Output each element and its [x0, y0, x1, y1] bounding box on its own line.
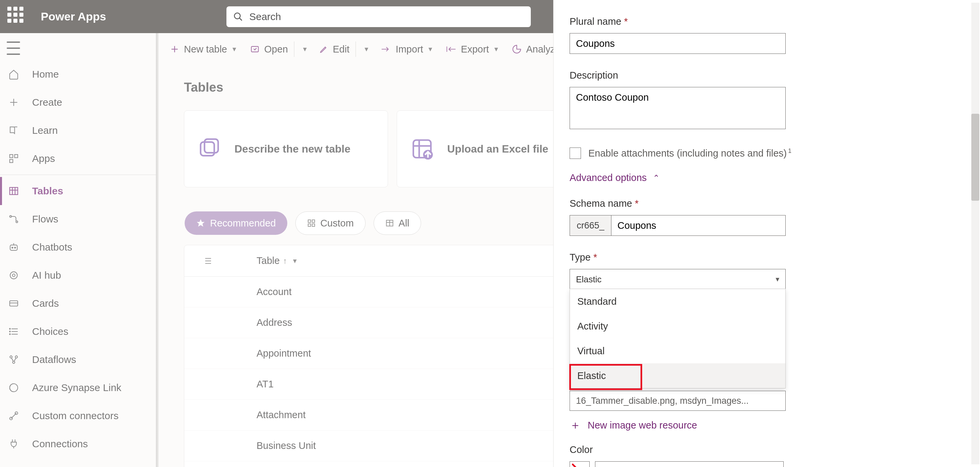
- sidebar-item-label: Connections: [32, 438, 88, 449]
- row-name: Account: [256, 286, 292, 297]
- svg-line-1: [239, 18, 242, 21]
- sidebar-item-synapse[interactable]: Azure Synapse Link: [0, 374, 157, 402]
- sidebar-item-home[interactable]: Home: [0, 60, 157, 88]
- sidebar-item-cards[interactable]: Cards: [0, 289, 157, 317]
- table-row[interactable]: Attachment⋮ac: [184, 400, 605, 430]
- row-name: Address: [256, 317, 292, 328]
- edit-dropdown[interactable]: ▾: [359, 45, 368, 54]
- sidebar-item-retention[interactable]: Retention Policies: [0, 458, 157, 467]
- sidebar-item-chatbots[interactable]: Chatbots: [0, 233, 157, 261]
- svg-rect-42: [204, 139, 218, 153]
- plus-icon: [170, 45, 179, 54]
- search-placeholder: Search: [249, 11, 281, 22]
- sidebar-item-connectors[interactable]: Custom connectors: [0, 402, 157, 430]
- chevron-down-icon: ▾: [364, 45, 368, 54]
- pie-icon: [512, 45, 522, 54]
- sidebar-item-flows[interactable]: Flows: [0, 205, 157, 233]
- type-option-elastic[interactable]: Elastic: [570, 363, 785, 388]
- list-icon: [7, 326, 20, 337]
- dataflow-icon: [7, 354, 20, 365]
- description-input[interactable]: [570, 87, 786, 129]
- row-name: Business Unit: [256, 440, 316, 451]
- image-resource-field[interactable]: 16_Tammer_disable.png, msdyn_Images...: [570, 391, 786, 411]
- cmd-label: Edit: [333, 44, 350, 55]
- chevron-down-icon[interactable]: ▾: [293, 257, 297, 265]
- brand-title: Power Apps: [41, 10, 106, 23]
- sidebar-item-connections[interactable]: Connections: [0, 430, 157, 458]
- open-button[interactable]: Open: [250, 44, 288, 55]
- sidebar-item-label: Chatbots: [32, 242, 72, 253]
- type-option-activity[interactable]: Activity: [570, 314, 785, 338]
- bot-icon: [7, 242, 20, 253]
- scrollbar-thumb[interactable]: [971, 114, 979, 201]
- connector-icon: [7, 410, 20, 421]
- chevron-down-icon[interactable]: ▾: [232, 45, 236, 54]
- type-option-standard[interactable]: Standard: [570, 289, 785, 314]
- chevron-up-icon: ⌃: [653, 173, 660, 183]
- row-name: Appointment: [256, 348, 311, 359]
- open-dropdown[interactable]: ▾: [298, 45, 307, 54]
- pill-custom[interactable]: Custom: [295, 211, 366, 235]
- color-input[interactable]: [595, 461, 784, 467]
- export-button[interactable]: Export ▾: [446, 44, 498, 55]
- table-row[interactable]: Contact⋮co: [184, 461, 605, 467]
- book-icon: [7, 125, 20, 136]
- new-image-resource-link[interactable]: ＋ New image web resource: [570, 419, 964, 431]
- sidebar: Home Create Learn Apps Tables Flows Chat…: [0, 60, 157, 467]
- search-input[interactable]: Search: [226, 6, 531, 27]
- sidebar-item-apps[interactable]: Apps: [0, 145, 157, 173]
- sidebar-item-aihub[interactable]: AI hub: [0, 261, 157, 289]
- type-label: Type: [570, 252, 964, 263]
- color-swatch[interactable]: [570, 461, 590, 467]
- chevron-down-icon[interactable]: ▾: [494, 45, 498, 54]
- app-launcher-icon[interactable]: [7, 7, 27, 27]
- pill-all[interactable]: All: [374, 211, 421, 235]
- sidebar-item-label: Custom connectors: [32, 410, 118, 421]
- table-row[interactable]: Appointment⋮ap: [184, 338, 605, 369]
- scrollbar-track[interactable]: [971, 3, 979, 464]
- schema-name-input[interactable]: [611, 215, 786, 236]
- search-icon: [233, 12, 243, 22]
- svg-rect-7: [10, 187, 18, 194]
- sidebar-item-label: Learn: [32, 125, 58, 136]
- sidebar-item-dataflows[interactable]: Dataflows: [0, 346, 157, 374]
- sidebar-divider: [0, 175, 157, 175]
- svg-rect-50: [308, 224, 311, 226]
- table-row[interactable]: Address⋮cu: [184, 308, 605, 338]
- synapse-icon: [7, 383, 20, 393]
- svg-rect-51: [312, 224, 315, 226]
- table-row[interactable]: AT1⋮cr: [184, 369, 605, 400]
- table-icon: [7, 186, 20, 196]
- import-button[interactable]: Import ▾: [381, 44, 432, 55]
- table-row[interactable]: Account⋮ac: [184, 277, 605, 308]
- sidebar-item-tables[interactable]: Tables: [0, 177, 157, 205]
- plural-name-label: Plural name: [570, 16, 964, 27]
- attachments-label: Enable attachments (including notes and …: [588, 148, 791, 159]
- card-describe-table[interactable]: Describe the new table: [184, 110, 388, 187]
- row-number-icon[interactable]: [184, 256, 231, 266]
- sidebar-item-learn[interactable]: Learn: [0, 116, 157, 145]
- type-select[interactable]: Elastic ▾: [570, 269, 786, 290]
- sidebar-toggle[interactable]: [7, 41, 20, 55]
- col-header-table[interactable]: Table ↑ ▾: [256, 255, 297, 266]
- analyze-button[interactable]: Analyz: [512, 44, 555, 55]
- pill-recommended[interactable]: Recommended: [185, 211, 287, 235]
- type-option-virtual[interactable]: Virtual: [570, 338, 785, 363]
- chevron-down-icon[interactable]: ▾: [428, 45, 432, 54]
- type-dropdown: StandardActivityVirtualElastic: [570, 289, 786, 388]
- table-icon: [385, 219, 394, 228]
- svg-point-12: [16, 221, 18, 222]
- advanced-options-toggle[interactable]: Advanced options ⌃: [570, 172, 964, 183]
- sidebar-item-create[interactable]: Create: [0, 88, 157, 116]
- new-table-button[interactable]: New table ▾: [170, 44, 236, 55]
- attachments-checkbox[interactable]: [570, 148, 581, 159]
- svg-rect-13: [10, 245, 17, 250]
- sidebar-item-label: Dataflows: [32, 354, 76, 365]
- svg-rect-37: [251, 46, 258, 52]
- edit-button[interactable]: Edit: [320, 44, 350, 55]
- plural-name-input[interactable]: [570, 33, 786, 54]
- sidebar-resize-handle[interactable]: [156, 33, 159, 467]
- table-row[interactable]: Business Unit⋮bu: [184, 430, 605, 461]
- sidebar-item-choices[interactable]: Choices: [0, 317, 157, 346]
- star-icon: [196, 218, 205, 228]
